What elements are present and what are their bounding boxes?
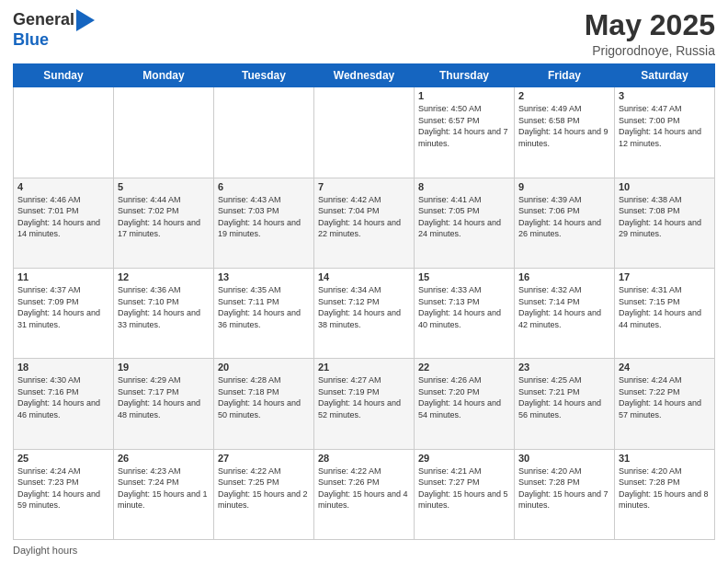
- calendar-cell: 13Sunrise: 4:35 AMSunset: 7:11 PMDayligh…: [214, 268, 314, 358]
- day-info: Sunrise: 4:25 AMSunset: 7:21 PMDaylight:…: [518, 374, 610, 420]
- calendar-cell: [214, 87, 314, 178]
- day-info: Sunrise: 4:21 AMSunset: 7:27 PMDaylight:…: [418, 465, 510, 511]
- day-info: Sunrise: 4:31 AMSunset: 7:15 PMDaylight:…: [619, 284, 711, 330]
- day-info: Sunrise: 4:22 AMSunset: 7:25 PMDaylight:…: [218, 465, 310, 511]
- weekday-header-friday: Friday: [515, 64, 615, 87]
- calendar-cell: 3Sunrise: 4:47 AMSunset: 7:00 PMDaylight…: [615, 87, 715, 178]
- day-number: 31: [619, 453, 711, 464]
- day-info: Sunrise: 4:22 AMSunset: 7:26 PMDaylight:…: [318, 465, 410, 511]
- calendar-cell: 27Sunrise: 4:22 AMSunset: 7:25 PMDayligh…: [214, 449, 314, 539]
- day-info: Sunrise: 4:38 AMSunset: 7:08 PMDaylight:…: [619, 194, 711, 240]
- day-number: 8: [418, 181, 510, 192]
- calendar-cell: 24Sunrise: 4:24 AMSunset: 7:22 PMDayligh…: [615, 359, 715, 449]
- calendar-cell: 21Sunrise: 4:27 AMSunset: 7:19 PMDayligh…: [314, 359, 415, 449]
- day-info: Sunrise: 4:26 AMSunset: 7:20 PMDaylight:…: [418, 374, 510, 420]
- weekday-header-row: SundayMondayTuesdayWednesdayThursdayFrid…: [14, 64, 715, 87]
- day-number: 21: [318, 362, 410, 373]
- calendar-cell: 11Sunrise: 4:37 AMSunset: 7:09 PMDayligh…: [14, 268, 114, 358]
- day-info: Sunrise: 4:42 AMSunset: 7:04 PMDaylight:…: [318, 194, 410, 240]
- calendar-cell: [314, 87, 415, 178]
- calendar-cell: 19Sunrise: 4:29 AMSunset: 7:17 PMDayligh…: [114, 359, 214, 449]
- day-info: Sunrise: 4:44 AMSunset: 7:02 PMDaylight:…: [118, 194, 210, 240]
- day-info: Sunrise: 4:47 AMSunset: 7:00 PMDaylight:…: [619, 103, 711, 149]
- week-row-3: 11Sunrise: 4:37 AMSunset: 7:09 PMDayligh…: [14, 268, 715, 358]
- logo-blue-text: Blue: [13, 31, 95, 50]
- week-row-4: 18Sunrise: 4:30 AMSunset: 7:16 PMDayligh…: [14, 359, 715, 449]
- day-number: 3: [619, 90, 711, 101]
- day-number: 6: [218, 181, 310, 192]
- day-number: 20: [218, 362, 310, 373]
- day-number: 11: [17, 271, 109, 282]
- weekday-header-monday: Monday: [114, 64, 214, 87]
- day-number: 23: [518, 362, 610, 373]
- weekday-header-tuesday: Tuesday: [214, 64, 314, 87]
- day-number: 2: [518, 90, 610, 101]
- weekday-header-wednesday: Wednesday: [314, 64, 415, 87]
- svg-marker-0: [76, 9, 95, 31]
- day-number: 10: [619, 181, 711, 192]
- calendar-cell: 26Sunrise: 4:23 AMSunset: 7:24 PMDayligh…: [114, 449, 214, 539]
- calendar-cell: 22Sunrise: 4:26 AMSunset: 7:20 PMDayligh…: [415, 359, 515, 449]
- calendar-cell: 4Sunrise: 4:46 AMSunset: 7:01 PMDaylight…: [14, 178, 114, 268]
- page: General Blue May 2025 Prigorodnoye, Russ…: [0, 0, 728, 563]
- weekday-header-sunday: Sunday: [14, 64, 114, 87]
- calendar-cell: 15Sunrise: 4:33 AMSunset: 7:13 PMDayligh…: [415, 268, 515, 358]
- day-number: 30: [518, 453, 610, 464]
- daylight-label: Daylight hours: [13, 545, 77, 556]
- day-info: Sunrise: 4:27 AMSunset: 7:19 PMDaylight:…: [318, 374, 410, 420]
- title-block: May 2025 Prigorodnoye, Russia: [585, 9, 715, 58]
- subtitle: Prigorodnoye, Russia: [585, 43, 715, 58]
- week-row-2: 4Sunrise: 4:46 AMSunset: 7:01 PMDaylight…: [14, 178, 715, 268]
- day-info: Sunrise: 4:32 AMSunset: 7:14 PMDaylight:…: [518, 284, 610, 330]
- calendar-cell: 5Sunrise: 4:44 AMSunset: 7:02 PMDaylight…: [114, 178, 214, 268]
- calendar-cell: 20Sunrise: 4:28 AMSunset: 7:18 PMDayligh…: [214, 359, 314, 449]
- calendar-cell: 10Sunrise: 4:38 AMSunset: 7:08 PMDayligh…: [615, 178, 715, 268]
- day-number: 7: [318, 181, 410, 192]
- calendar-cell: 1Sunrise: 4:50 AMSunset: 6:57 PMDaylight…: [415, 87, 515, 178]
- calendar-cell: 14Sunrise: 4:34 AMSunset: 7:12 PMDayligh…: [314, 268, 415, 358]
- day-number: 4: [17, 181, 109, 192]
- day-info: Sunrise: 4:33 AMSunset: 7:13 PMDaylight:…: [418, 284, 510, 330]
- day-number: 28: [318, 453, 410, 464]
- day-number: 24: [619, 362, 711, 373]
- day-number: 18: [17, 362, 109, 373]
- calendar-cell: 25Sunrise: 4:24 AMSunset: 7:23 PMDayligh…: [14, 449, 114, 539]
- day-info: Sunrise: 4:39 AMSunset: 7:06 PMDaylight:…: [518, 194, 610, 240]
- calendar-cell: 8Sunrise: 4:41 AMSunset: 7:05 PMDaylight…: [415, 178, 515, 268]
- header: General Blue May 2025 Prigorodnoye, Russ…: [13, 9, 715, 58]
- day-number: 1: [418, 90, 510, 101]
- calendar-cell: 17Sunrise: 4:31 AMSunset: 7:15 PMDayligh…: [615, 268, 715, 358]
- day-number: 14: [318, 271, 410, 282]
- calendar-cell: 6Sunrise: 4:43 AMSunset: 7:03 PMDaylight…: [214, 178, 314, 268]
- day-info: Sunrise: 4:20 AMSunset: 7:28 PMDaylight:…: [619, 465, 711, 511]
- calendar-cell: 30Sunrise: 4:20 AMSunset: 7:28 PMDayligh…: [515, 449, 615, 539]
- day-info: Sunrise: 4:29 AMSunset: 7:17 PMDaylight:…: [118, 374, 210, 420]
- calendar-cell: 28Sunrise: 4:22 AMSunset: 7:26 PMDayligh…: [314, 449, 415, 539]
- day-number: 27: [218, 453, 310, 464]
- day-number: 5: [118, 181, 210, 192]
- calendar-cell: 23Sunrise: 4:25 AMSunset: 7:21 PMDayligh…: [515, 359, 615, 449]
- day-info: Sunrise: 4:34 AMSunset: 7:12 PMDaylight:…: [318, 284, 410, 330]
- main-title: May 2025: [585, 9, 715, 41]
- calendar-cell: 9Sunrise: 4:39 AMSunset: 7:06 PMDaylight…: [515, 178, 615, 268]
- day-info: Sunrise: 4:23 AMSunset: 7:24 PMDaylight:…: [118, 465, 210, 511]
- day-info: Sunrise: 4:43 AMSunset: 7:03 PMDaylight:…: [218, 194, 310, 240]
- day-info: Sunrise: 4:30 AMSunset: 7:16 PMDaylight:…: [17, 374, 109, 420]
- calendar-cell: 16Sunrise: 4:32 AMSunset: 7:14 PMDayligh…: [515, 268, 615, 358]
- day-number: 16: [518, 271, 610, 282]
- day-number: 9: [518, 181, 610, 192]
- calendar-cell: 18Sunrise: 4:30 AMSunset: 7:16 PMDayligh…: [14, 359, 114, 449]
- day-number: 15: [418, 271, 510, 282]
- day-number: 22: [418, 362, 510, 373]
- day-info: Sunrise: 4:49 AMSunset: 6:58 PMDaylight:…: [518, 103, 610, 149]
- calendar-cell: 2Sunrise: 4:49 AMSunset: 6:58 PMDaylight…: [515, 87, 615, 178]
- calendar-cell: 31Sunrise: 4:20 AMSunset: 7:28 PMDayligh…: [615, 449, 715, 539]
- day-info: Sunrise: 4:50 AMSunset: 6:57 PMDaylight:…: [418, 103, 510, 149]
- day-number: 26: [118, 453, 210, 464]
- day-info: Sunrise: 4:20 AMSunset: 7:28 PMDaylight:…: [518, 465, 610, 511]
- week-row-1: 1Sunrise: 4:50 AMSunset: 6:57 PMDaylight…: [14, 87, 715, 178]
- calendar-cell: 7Sunrise: 4:42 AMSunset: 7:04 PMDaylight…: [314, 178, 415, 268]
- day-number: 29: [418, 453, 510, 464]
- logo-icon: [76, 9, 95, 31]
- weekday-header-thursday: Thursday: [415, 64, 515, 87]
